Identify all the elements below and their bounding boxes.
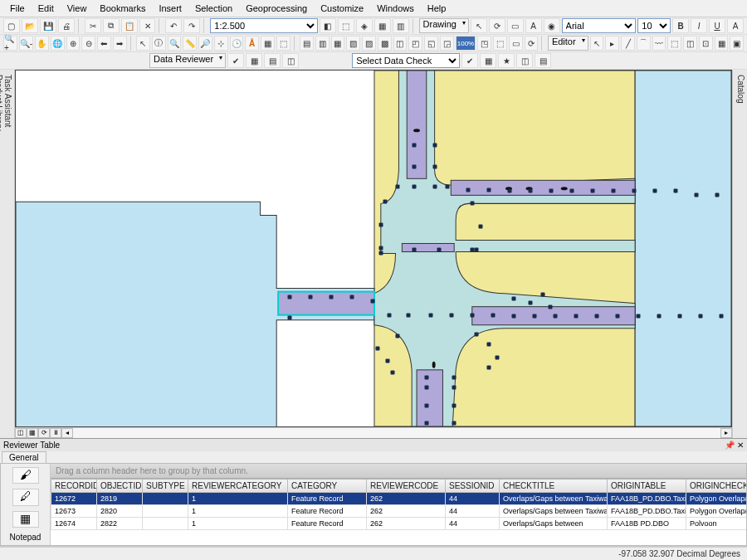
tool-icon[interactable]: ▦ [261, 36, 275, 51]
layout-icon[interactable]: ◰ [408, 36, 422, 51]
select-icon[interactable]: ↖ [136, 36, 150, 51]
grid-scroll[interactable]: RECORDIDOBJECTIDSUBTYPEREVIEWERCATEGORYC… [51, 479, 746, 545]
bold-icon[interactable]: B [672, 18, 689, 33]
next-extent-icon[interactable]: ➡ [113, 36, 127, 51]
find-icon[interactable]: 🔎 [198, 36, 212, 51]
edit-tool-icon[interactable]: ↖ [590, 36, 604, 51]
copy-icon[interactable]: ⧉ [103, 18, 120, 33]
map-viewport[interactable] [15, 70, 732, 427]
layout-icon[interactable]: ▤ [300, 36, 314, 51]
column-header[interactable]: ORIGINTABLE [608, 480, 686, 493]
menu-selection[interactable]: Selection [190, 2, 237, 15]
column-header[interactable]: SESSIONID [446, 480, 500, 493]
layout-icon[interactable]: ⬚ [493, 36, 507, 51]
scroll-right-icon[interactable]: ▸ [720, 428, 732, 438]
font-size-select[interactable]: 10 [637, 18, 671, 33]
brush-tool-icon[interactable]: 🖌 [12, 467, 39, 484]
delete-icon[interactable]: ✕ [139, 18, 156, 33]
column-header[interactable]: CHECKTITLE [500, 480, 608, 493]
menu-geoprocessing[interactable]: Geoprocessing [241, 2, 312, 15]
column-header[interactable]: OBJECTID [97, 480, 143, 493]
table-row[interactable]: 1267328201Feature Record26244Overlaps/Ga… [51, 505, 747, 518]
reviewer-tool-icon[interactable]: ▤ [264, 53, 281, 68]
grid-tool-icon[interactable]: ▦ [12, 511, 39, 528]
search-icon[interactable]: 🔍 [168, 36, 182, 51]
editor-dropdown[interactable]: Editor [548, 36, 588, 51]
menu-bookmarks[interactable]: Bookmarks [95, 2, 150, 15]
full-extent-icon[interactable]: 🌐 [51, 36, 65, 51]
layout-icon[interactable]: ▥ [315, 36, 330, 51]
edit-tool-icon[interactable]: ⌒ [637, 36, 651, 51]
tool-icon[interactable]: ⬚ [276, 36, 290, 51]
check-tool-icon[interactable]: ✔ [461, 53, 478, 68]
fixed-zoom-out-icon[interactable]: ⊖ [81, 36, 95, 51]
paste-icon[interactable]: 📋 [121, 18, 138, 33]
text-tool-icon[interactable]: A [525, 18, 542, 33]
menu-edit[interactable]: Edit [33, 2, 59, 15]
underline-icon[interactable]: U [709, 18, 725, 33]
find-route-icon[interactable]: Å [245, 36, 259, 51]
pin-icon[interactable]: 📌 [725, 441, 735, 450]
pan-icon[interactable]: ✋ [35, 36, 49, 51]
new-icon[interactable]: ▢ [3, 18, 20, 33]
italic-icon[interactable]: I [691, 18, 707, 33]
edit-tool-icon[interactable]: ⬚ [667, 36, 681, 51]
layout-icon[interactable]: ◳ [477, 36, 491, 51]
menu-windows[interactable]: Windows [372, 2, 419, 15]
menu-help[interactable]: Help [422, 2, 452, 15]
tool-icon[interactable]: ⬚ [338, 18, 354, 33]
data-reviewer-dropdown[interactable]: Data Reviewer [149, 53, 226, 68]
catalog-tab[interactable]: Catalog [736, 75, 745, 426]
edit-tool-icon[interactable]: 〰 [652, 36, 666, 51]
reviewer-tool-icon[interactable]: ✔ [227, 53, 244, 68]
check-tool-icon[interactable]: ▤ [535, 53, 551, 68]
check-tool-icon[interactable]: ★ [498, 53, 515, 68]
layout-icon[interactable]: ◲ [440, 36, 454, 51]
column-header[interactable]: CATEGORY [288, 480, 367, 493]
font-color-icon[interactable]: A [727, 18, 744, 33]
layout-icon[interactable]: ▧ [346, 36, 360, 51]
refresh-view-icon[interactable]: ⟳ [38, 428, 50, 438]
edit-tool-icon[interactable]: ⊡ [699, 36, 713, 51]
reviewer-tool-icon[interactable]: ▦ [246, 53, 262, 68]
undo-icon[interactable]: ↶ [165, 18, 182, 33]
rotate-icon[interactable]: ⟳ [489, 18, 505, 33]
layout-icon[interactable]: ▩ [378, 36, 392, 51]
column-header[interactable]: RECORDID [51, 480, 97, 493]
measure-icon[interactable]: 📏 [183, 36, 197, 51]
layout-view-icon[interactable]: ▦ [27, 428, 38, 438]
pointer-icon[interactable]: ↖ [471, 18, 487, 33]
zoom-pct[interactable]: 100% [456, 36, 476, 51]
edit-tool-icon[interactable]: ╱ [621, 36, 635, 51]
reviewer-general-tab[interactable]: General [2, 451, 46, 463]
layout-icon[interactable]: ▭ [509, 36, 523, 51]
cut-icon[interactable]: ✂ [85, 18, 101, 33]
column-header[interactable]: REVIEWERCATEGORY [188, 480, 288, 493]
edit-tool-icon[interactable]: ▸ [605, 36, 619, 51]
pen-tool-icon[interactable]: 🖊 [12, 489, 39, 505]
group-by-bar[interactable]: Drag a column header here to group by th… [51, 464, 746, 479]
font-family-select[interactable]: Arial [562, 18, 637, 33]
table-row[interactable]: 1267428221Feature Record26244Overlaps/Ga… [51, 518, 747, 530]
menu-file[interactable]: File [5, 2, 30, 15]
edit-tool-icon[interactable]: ◫ [683, 36, 697, 51]
identify-icon[interactable]: ⓘ [152, 36, 166, 51]
menu-insert[interactable]: Insert [154, 2, 187, 15]
tool-icon[interactable]: ▥ [393, 18, 409, 33]
open-icon[interactable]: 📂 [22, 18, 38, 33]
shape-icon[interactable]: ▭ [507, 18, 524, 33]
check-tool-icon[interactable]: ◫ [516, 53, 533, 68]
layout-icon[interactable]: ▨ [362, 36, 376, 51]
refresh-icon[interactable]: ⟳ [525, 36, 539, 51]
column-header[interactable]: ORIGINCHECK [686, 480, 747, 493]
layout-icon[interactable]: ◫ [393, 36, 408, 51]
tool-icon[interactable]: ◈ [356, 18, 373, 33]
redo-icon[interactable]: ↷ [183, 18, 200, 33]
data-view-icon[interactable]: ◫ [15, 428, 27, 438]
zoom-in-icon[interactable]: 🔍+ [3, 36, 17, 51]
zoom-out-icon[interactable]: 🔍- [19, 36, 33, 51]
product-library-tab[interactable]: Product Library [0, 75, 3, 426]
tool-icon[interactable]: ▦ [374, 18, 391, 33]
column-header[interactable]: REVIEWERCODE [367, 480, 446, 493]
pause-draw-icon[interactable]: ⏸ [50, 428, 61, 438]
